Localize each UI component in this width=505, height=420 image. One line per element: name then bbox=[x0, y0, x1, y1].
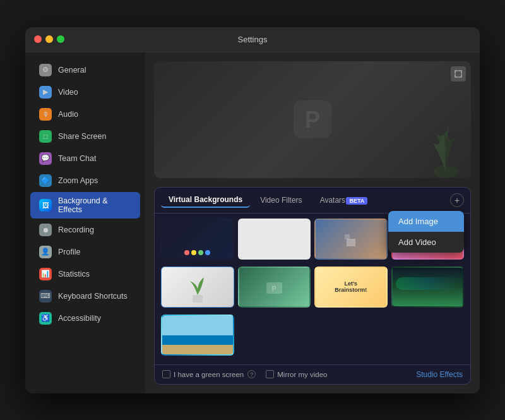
avatars-label: Avatars bbox=[320, 196, 345, 205]
aurora-effect bbox=[396, 277, 460, 290]
main-panel: P bbox=[145, 52, 480, 393]
sidebar-item-general[interactable]: ⚙ General bbox=[30, 59, 140, 81]
title-bar: Settings bbox=[25, 27, 480, 52]
beta-badge: BETA bbox=[346, 197, 367, 205]
sidebar-label-keyboard: Keyboard Shortcuts bbox=[58, 292, 128, 301]
dot-yellow bbox=[191, 250, 196, 255]
sidebar-label-general: General bbox=[58, 66, 86, 75]
mirror-video-checkbox[interactable] bbox=[266, 370, 274, 378]
expand-video-button[interactable] bbox=[451, 66, 466, 81]
background-thumbnail-colorful[interactable] bbox=[161, 219, 234, 260]
tabs-header: Virtual Backgrounds Video Filters Avatar… bbox=[155, 188, 470, 213]
tab-video-filters[interactable]: Video Filters bbox=[252, 193, 309, 207]
settings-window: Settings ⚙ General ▶ Video 🎙 Audio □ Sha… bbox=[25, 27, 480, 393]
add-dropdown-menu: Add Image Add Video bbox=[388, 211, 464, 253]
svg-rect-5 bbox=[193, 295, 203, 303]
green-screen-label: I have a green screen bbox=[174, 371, 244, 378]
sidebar-item-audio[interactable]: 🎙 Audio bbox=[30, 104, 140, 125]
maximize-button[interactable] bbox=[57, 35, 64, 43]
background-thumbnail-white[interactable] bbox=[238, 219, 311, 260]
profile-icon: 👤 bbox=[39, 246, 52, 258]
water bbox=[162, 335, 233, 345]
background-thumbnail-plant[interactable] bbox=[161, 267, 234, 308]
dot-blue bbox=[205, 250, 210, 255]
plant-decoration-icon bbox=[408, 96, 458, 178]
video-preview: P bbox=[154, 61, 471, 178]
sidebar-label-background: Background & Effects bbox=[58, 196, 131, 214]
sidebar-item-share-screen[interactable]: □ Share Screen bbox=[30, 126, 140, 147]
sidebar-item-zoom-apps[interactable]: 🔷 Zoom Apps bbox=[30, 170, 140, 191]
add-background-button[interactable]: + bbox=[450, 193, 464, 207]
zoom-apps-icon: 🔷 bbox=[39, 174, 52, 187]
studio-effects-button[interactable]: Studio Effects bbox=[416, 370, 463, 379]
colorful-dots bbox=[162, 250, 233, 255]
expand-icon bbox=[454, 70, 462, 78]
tabs-panel: Virtual Backgrounds Video Filters Avatar… bbox=[154, 187, 471, 385]
svg-rect-3 bbox=[347, 239, 355, 246]
bottom-controls: I have a green screen ? Mirror my video … bbox=[155, 364, 470, 384]
tab-virtual-backgrounds[interactable]: Virtual Backgrounds bbox=[161, 193, 250, 208]
sidebar-label-share-screen: Share Screen bbox=[58, 132, 106, 141]
recording-icon: ⏺ bbox=[39, 224, 52, 236]
green-screen-checkbox-item[interactable]: I have a green screen bbox=[162, 370, 244, 378]
background-thumbnail-lets[interactable]: Let'sBrainstorm! bbox=[314, 267, 388, 308]
traffic-lights bbox=[34, 35, 64, 43]
keyboard-icon: ⌨ bbox=[39, 290, 52, 303]
office-icon: P bbox=[263, 276, 285, 298]
sidebar-label-audio: Audio bbox=[58, 110, 78, 119]
video-icon: ▶ bbox=[39, 86, 52, 99]
add-image-option[interactable]: Add Image bbox=[388, 211, 464, 232]
content-area: ⚙ General ▶ Video 🎙 Audio □ Share Screen… bbox=[25, 52, 480, 393]
sidebar-item-profile[interactable]: 👤 Profile bbox=[30, 241, 140, 263]
sidebar: ⚙ General ▶ Video 🎙 Audio □ Share Screen… bbox=[25, 52, 145, 393]
general-icon: ⚙ bbox=[39, 64, 52, 76]
room-icon bbox=[342, 229, 360, 248]
sand bbox=[162, 345, 233, 354]
mirror-video-checkbox-item[interactable]: Mirror my video bbox=[266, 370, 327, 378]
background-thumbnail-aurora[interactable] bbox=[391, 267, 465, 308]
tab-avatars[interactable]: Avatars BETA bbox=[312, 193, 376, 207]
minimize-button[interactable] bbox=[45, 35, 53, 43]
sidebar-item-accessibility[interactable]: ♿ Accessibility bbox=[30, 308, 140, 329]
green-screen-checkbox[interactable] bbox=[162, 370, 170, 378]
sidebar-item-statistics[interactable]: 📊 Statistics bbox=[30, 263, 140, 285]
dot-green bbox=[198, 250, 203, 255]
background-thumbnail-green-office[interactable]: P bbox=[238, 267, 311, 308]
background-icon: 🖼 bbox=[39, 199, 52, 212]
lets-label: Let'sBrainstorm! bbox=[335, 280, 367, 293]
dot-red bbox=[184, 250, 189, 255]
zoom-logo-icon: P bbox=[290, 97, 335, 141]
sidebar-label-team-chat: Team Chat bbox=[58, 154, 96, 163]
close-button[interactable] bbox=[34, 35, 42, 43]
statistics-icon: 📊 bbox=[39, 268, 52, 280]
sky bbox=[162, 316, 233, 335]
sidebar-label-recording: Recording bbox=[58, 225, 94, 234]
sidebar-item-video[interactable]: ▶ Video bbox=[30, 81, 140, 103]
add-video-option[interactable]: Add Video bbox=[388, 232, 464, 253]
video-preview-inner: P bbox=[154, 61, 471, 178]
sidebar-label-accessibility: Accessibility bbox=[58, 314, 101, 323]
audio-icon: 🎙 bbox=[39, 108, 52, 121]
sidebar-label-profile: Profile bbox=[58, 248, 80, 256]
sidebar-item-background[interactable]: 🖼 Background & Effects bbox=[30, 192, 140, 219]
plant-thumb-icon bbox=[185, 270, 210, 304]
background-thumbnail-room[interactable] bbox=[314, 219, 388, 260]
window-title: Settings bbox=[238, 35, 268, 44]
team-chat-icon: 💬 bbox=[39, 152, 52, 165]
svg-text:P: P bbox=[305, 107, 320, 133]
sidebar-label-video: Video bbox=[58, 88, 78, 97]
mirror-video-label: Mirror my video bbox=[277, 371, 327, 378]
sidebar-label-statistics: Statistics bbox=[58, 270, 90, 279]
svg-text:P: P bbox=[271, 285, 276, 292]
sidebar-item-keyboard[interactable]: ⌨ Keyboard Shortcuts bbox=[30, 285, 140, 307]
accessibility-icon: ♿ bbox=[39, 312, 52, 325]
svg-rect-4 bbox=[345, 234, 350, 239]
sidebar-item-team-chat[interactable]: 💬 Team Chat bbox=[30, 148, 140, 169]
background-thumbnail-beach[interactable] bbox=[161, 315, 234, 356]
share-screen-icon: □ bbox=[39, 130, 52, 143]
sidebar-item-recording[interactable]: ⏺ Recording bbox=[30, 219, 140, 241]
sidebar-label-zoom-apps: Zoom Apps bbox=[58, 176, 98, 185]
green-screen-info-icon[interactable]: ? bbox=[247, 370, 256, 378]
